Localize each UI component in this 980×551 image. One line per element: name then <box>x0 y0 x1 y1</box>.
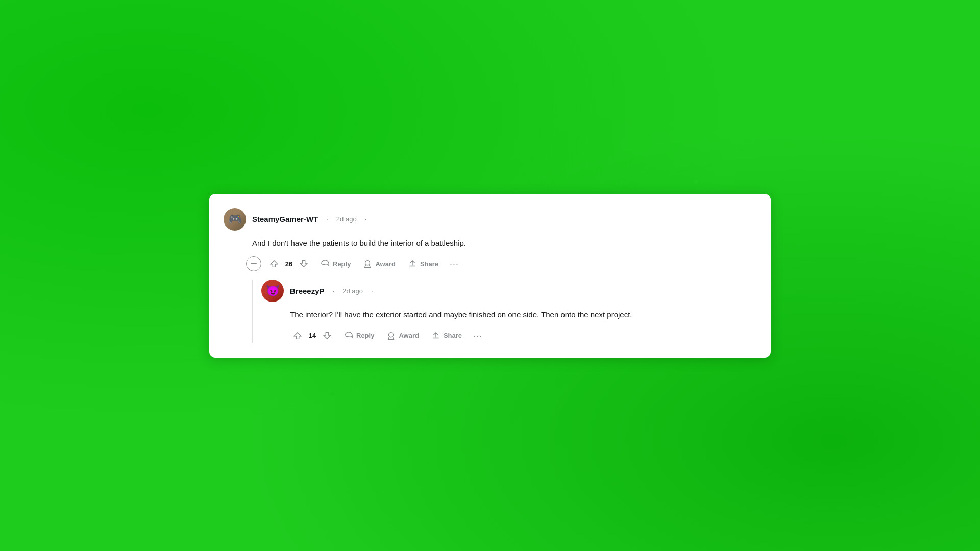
award-button-2[interactable]: Award <box>381 328 424 343</box>
meta-sep-1: · <box>326 215 328 223</box>
action-bar-2: 14 Reply <box>290 328 756 343</box>
timestamp-1: 2d ago <box>336 215 357 223</box>
more-button-1[interactable]: ··· <box>446 256 463 271</box>
comment-body-2: The interior? I'll have the exterior sta… <box>290 309 756 321</box>
nested-comment: BreeezyP · 2d ago · The interior? I'll h… <box>261 280 756 343</box>
svg-point-1 <box>365 261 370 265</box>
vote-group-2: 14 <box>290 328 335 343</box>
upvote-button-2[interactable] <box>290 328 305 343</box>
svg-point-2 <box>389 332 394 337</box>
avatar-breeezyp <box>261 280 284 302</box>
thread-line <box>252 280 253 343</box>
downvote-button-1[interactable] <box>296 256 311 271</box>
thread-container: BreeezyP · 2d ago · The interior? I'll h… <box>252 280 756 343</box>
comment-header-2: BreeezyP · 2d ago · <box>261 280 756 302</box>
comment-top: SteamyGamer-WT · 2d ago · And I don't ha… <box>224 208 756 343</box>
vote-count-1: 26 <box>284 260 294 268</box>
action-bar-1: 26 Reply Award <box>246 256 756 271</box>
comment-header-1: SteamyGamer-WT · 2d ago · <box>224 208 756 231</box>
upvote-button-1[interactable] <box>266 256 282 271</box>
share-button-1[interactable]: Share <box>403 256 444 271</box>
award-button-1[interactable]: Award <box>358 256 401 271</box>
reply-button-2[interactable]: Reply <box>339 328 379 343</box>
comment-card: SteamyGamer-WT · 2d ago · And I don't ha… <box>209 194 771 358</box>
username-2: BreeezyP <box>290 287 325 295</box>
meta-sep-2: · <box>333 287 335 295</box>
avatar-steamygamer <box>224 208 246 231</box>
username-1: SteamyGamer-WT <box>252 215 318 223</box>
collapse-button-1[interactable] <box>246 256 261 271</box>
downvote-button-2[interactable] <box>320 328 335 343</box>
thread-line-wrap <box>252 280 253 343</box>
comment-body-1: And I don't have the patients to build t… <box>252 238 756 249</box>
reply-button-1[interactable]: Reply <box>315 256 356 271</box>
vote-count-2: 14 <box>307 332 317 339</box>
vote-group-1: 26 <box>266 256 311 271</box>
timestamp-2: 2d ago <box>342 287 363 295</box>
meta-sep-1b: · <box>365 215 367 223</box>
meta-sep-2b: · <box>371 287 373 295</box>
more-button-2[interactable]: ··· <box>469 328 486 343</box>
share-button-2[interactable]: Share <box>426 328 467 343</box>
